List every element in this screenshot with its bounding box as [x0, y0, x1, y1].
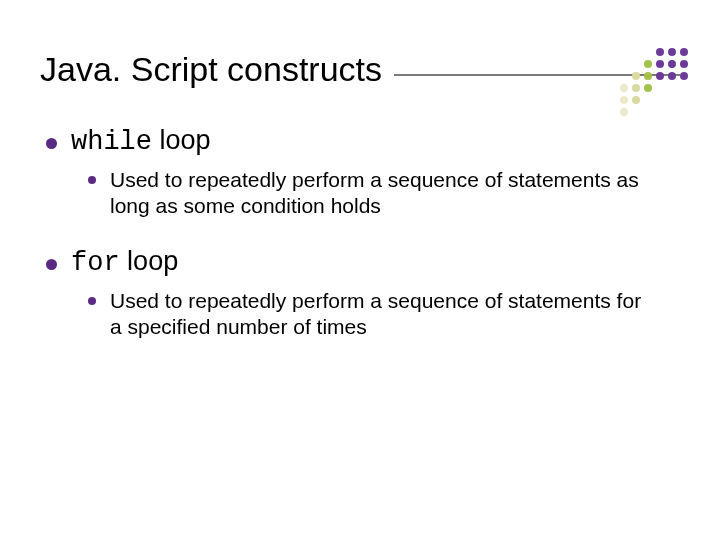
list-item: for loop — [46, 246, 680, 278]
dot-icon — [656, 72, 664, 80]
dot-icon — [656, 84, 664, 92]
sub-list-item: Used to repeatedly perform a sequence of… — [88, 167, 648, 220]
decorative-dots — [620, 48, 690, 118]
dot-icon — [644, 108, 652, 116]
dot-icon — [668, 108, 676, 116]
dot-icon — [644, 72, 652, 80]
suffix: loop — [120, 246, 179, 276]
slide-title: Java. Script constructs — [40, 50, 382, 89]
dot-icon — [632, 96, 640, 104]
dot-icon — [620, 72, 628, 80]
dot-icon — [644, 96, 652, 104]
keyword: for — [71, 248, 120, 278]
dot-icon — [632, 84, 640, 92]
list-item: while loop — [46, 125, 680, 157]
dot-icon — [620, 84, 628, 92]
dot-icon — [620, 48, 628, 56]
dot-icon — [656, 108, 664, 116]
dot-icon — [680, 60, 688, 68]
dot-icon — [680, 96, 688, 104]
title-row: Java. Script constructs — [40, 50, 680, 89]
dot-icon — [632, 108, 640, 116]
item-text: for loop — [71, 246, 178, 278]
dot-icon — [668, 72, 676, 80]
suffix: loop — [152, 125, 211, 155]
bullet-icon — [88, 297, 96, 305]
dot-icon — [680, 72, 688, 80]
keyword: while — [71, 127, 152, 157]
bullet-icon — [46, 138, 57, 149]
slide: Java. Script constructs while loop Used … — [0, 0, 720, 400]
sub-item-text: Used to repeatedly perform a sequence of… — [110, 288, 648, 341]
dot-icon — [644, 48, 652, 56]
dot-icon — [680, 108, 688, 116]
item-text: while loop — [71, 125, 211, 157]
bullet-icon — [46, 259, 57, 270]
dot-icon — [668, 48, 676, 56]
dot-icon — [620, 96, 628, 104]
sub-item-text: Used to repeatedly perform a sequence of… — [110, 167, 648, 220]
dot-icon — [680, 48, 688, 56]
dot-icon — [632, 72, 640, 80]
dot-icon — [632, 60, 640, 68]
bullet-icon — [88, 176, 96, 184]
dot-icon — [668, 96, 676, 104]
dot-icon — [644, 84, 652, 92]
sub-list-item: Used to repeatedly perform a sequence of… — [88, 288, 648, 341]
dot-icon — [656, 48, 664, 56]
dot-icon — [656, 96, 664, 104]
dot-icon — [644, 60, 652, 68]
dot-icon — [632, 48, 640, 56]
dot-icon — [620, 108, 628, 116]
dot-icon — [668, 84, 676, 92]
dot-icon — [680, 84, 688, 92]
content: while loop Used to repeatedly perform a … — [40, 125, 680, 340]
dot-icon — [656, 60, 664, 68]
dot-icon — [668, 60, 676, 68]
dot-icon — [620, 60, 628, 68]
